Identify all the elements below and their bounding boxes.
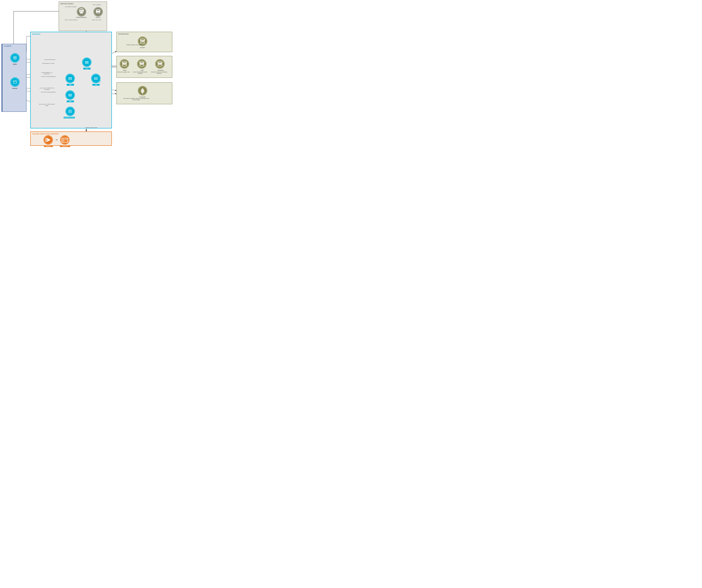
svg-point-12 xyxy=(14,57,15,58)
admin-monitor-label: Administrate & monitor xyxy=(40,63,57,64)
admin-icon xyxy=(120,59,129,68)
manages-sso-label: Manages SSO authentication xyxy=(89,80,104,83)
admin-label: Admin xyxy=(119,69,130,71)
browser-label: Browser xyxy=(9,88,20,89)
clients-label: CLIENTS xyxy=(4,45,11,47)
svg-rect-46 xyxy=(139,62,144,63)
svg-rect-36 xyxy=(140,40,145,40)
svg-rect-50 xyxy=(158,62,162,63)
iam-label: IAM xyxy=(92,84,100,86)
studio-icon xyxy=(10,53,20,62)
monitoring-send-label: Send data to Activity Monitoring databas… xyxy=(150,71,168,74)
artifact-repo-icon xyxy=(77,7,86,16)
deploy-label: Deploy & launch Jobs xyxy=(85,127,98,128)
create-datasets-label: Create datasets, run preparations xyxy=(38,72,55,75)
svg-rect-43 xyxy=(122,63,127,64)
access-web-tds-label: Access the Web application xyxy=(40,92,57,93)
databases-label: DATABASES xyxy=(118,33,129,35)
tds-icon xyxy=(66,90,75,100)
jobserver-icon xyxy=(60,135,70,145)
tdp-icon xyxy=(66,74,75,83)
svg-rect-57 xyxy=(63,139,65,141)
svg-point-38 xyxy=(140,42,145,44)
admin-store-label: Store users, rights, roles... xyxy=(117,71,131,73)
check-auth-label: Check authorizations xyxy=(41,59,58,60)
svg-point-44 xyxy=(122,64,127,66)
send-artifacts-label: Send & request artifacts xyxy=(64,19,78,21)
or-label: OR xyxy=(55,139,58,141)
jobserver-label: JobServer xyxy=(60,145,70,147)
svg-rect-33 xyxy=(69,111,71,112)
studio-label: Studio xyxy=(9,63,20,65)
browser-icon: www. xyxy=(10,78,20,87)
diagram-container: REPOSITORIES Artifact Repository xyxy=(0,0,176,147)
repositories-box: REPOSITORIES Artifact Repository xyxy=(58,2,107,31)
get-updates-label: Get software updates xyxy=(65,6,77,7)
gitsvn-icon xyxy=(93,7,103,16)
dictionary-label: Dictionary Service xyxy=(64,117,75,119)
execution-label: TALEND EXECUTION SERVERS xyxy=(32,133,58,135)
svg-rect-5 xyxy=(80,13,83,14)
share-jobs-label: Share Jobs & doc xyxy=(91,19,103,21)
add-semantic-label: Add, remove or edit semantic types xyxy=(38,104,55,106)
servers-label: SERVERS xyxy=(32,33,40,35)
svg-point-23 xyxy=(69,79,70,79)
svg-rect-29 xyxy=(69,95,71,95)
svg-rect-55 xyxy=(46,138,46,142)
mongo-store-label: Store tasks, campaigns, datasets, prepar… xyxy=(121,98,151,101)
tdp-label: TDP xyxy=(67,84,74,86)
monitoring-label: Monitoring xyxy=(154,69,166,71)
dq-mart-label: DQ Mart xyxy=(136,47,148,48)
svg-rect-53 xyxy=(142,93,143,94)
svg-rect-7 xyxy=(96,11,100,11)
svg-rect-32 xyxy=(69,111,71,111)
mongodb-label: MongoDB xyxy=(136,96,148,98)
mongodb-icon xyxy=(138,86,147,95)
access-web-tdp-label: Access the Web application xyxy=(40,76,57,77)
svg-rect-19 xyxy=(86,62,88,62)
svg-rect-51 xyxy=(158,63,162,64)
execution-box: TALEND EXECUTION SERVERS Runtime OR xyxy=(30,131,112,146)
databases-box: DATABASES DQ Mart Collect and govern dat… xyxy=(116,32,172,52)
svg-rect-3 xyxy=(80,12,84,12)
tac-icon xyxy=(82,57,92,67)
svg-rect-2 xyxy=(80,11,84,11)
svg-rect-34 xyxy=(69,112,71,112)
admin-box: Admin Store users, rights, roles... Audi… xyxy=(116,56,172,78)
dq-collect-label: Collect and govern data quality xyxy=(124,44,144,45)
svg-point-18 xyxy=(86,62,86,63)
mongo-box: MongoDB Store tasks, campaigns, datasets… xyxy=(116,82,172,104)
svg-rect-47 xyxy=(139,63,144,64)
runtime-label: Runtime xyxy=(44,145,53,147)
svg-rect-42 xyxy=(122,62,127,63)
tac-label: TAC xyxy=(83,68,91,69)
dictionary-icon xyxy=(66,107,75,116)
svg-point-52 xyxy=(158,64,162,66)
monitoring-icon xyxy=(155,59,164,68)
svg-rect-20 xyxy=(86,63,87,63)
repositories-label: REPOSITORIES xyxy=(61,3,74,5)
svg-rect-30 xyxy=(69,95,71,96)
artifact-repo-label: Artifact Repository xyxy=(75,17,87,18)
svg-rect-58 xyxy=(65,139,67,140)
gitsvn-label: Git/SVN xyxy=(92,17,104,18)
audit-icon xyxy=(137,59,146,68)
tds-label: TDS xyxy=(67,101,74,102)
runtime-icon xyxy=(43,135,53,145)
svg-text:www.: www. xyxy=(14,81,16,82)
store-metadata-label: Store metadata xyxy=(91,4,103,5)
svg-rect-24 xyxy=(70,79,71,79)
svg-marker-54 xyxy=(47,138,50,142)
clients-box: CLIENTS Studio www. xyxy=(2,44,26,112)
load-tasks-label: Load, read or edit tasks into campaigns xyxy=(38,87,55,90)
svg-rect-37 xyxy=(140,41,145,41)
svg-point-48 xyxy=(139,64,144,66)
audit-send-label: Send Job metadata to Audit database xyxy=(132,71,148,74)
svg-point-4 xyxy=(80,10,81,10)
audit-label: Audit xyxy=(137,69,147,71)
svg-point-40 xyxy=(141,40,142,41)
